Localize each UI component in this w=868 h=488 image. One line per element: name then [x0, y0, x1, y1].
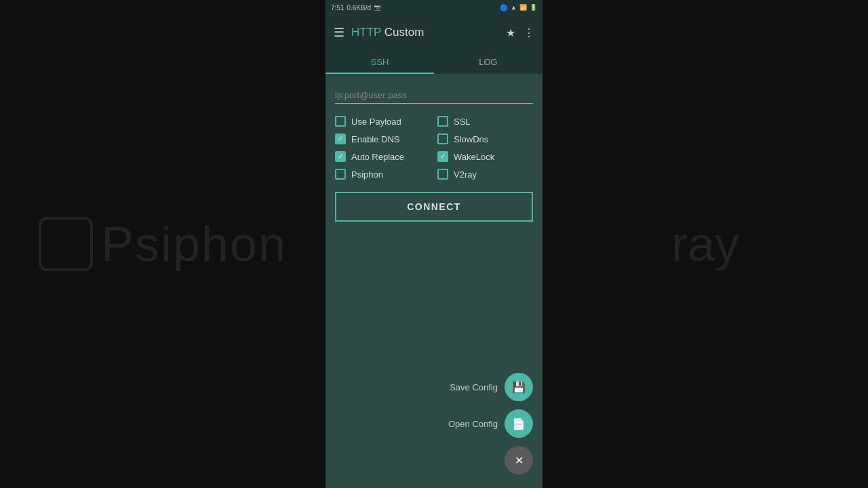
- checkbox-ssl-box[interactable]: [437, 116, 448, 127]
- fab-area: Save Config 💾 Open Config 📄 ✕: [448, 373, 533, 474]
- checkbox-auto-replace-box[interactable]: [335, 151, 346, 162]
- app-bar: ☰ HTTP Custom ★ ⋮: [326, 15, 542, 50]
- phone-screen: 7:51 0.6KB/d 📷 🔵 ▲ 📶 🔋 ☰ HTTP Custom ★ ⋮…: [326, 0, 542, 488]
- hamburger-menu-icon[interactable]: ☰: [334, 25, 344, 40]
- checkbox-v2ray[interactable]: V2ray: [437, 169, 533, 180]
- status-time: 7:51: [331, 4, 344, 12]
- save-config-row: Save Config 💾: [450, 373, 533, 401]
- open-config-button[interactable]: 📄: [505, 409, 533, 438]
- checkbox-enable-dns-box[interactable]: [335, 134, 346, 144]
- checkbox-slow-dns-box[interactable]: [437, 134, 448, 144]
- checkbox-ssl-label: SSL: [454, 117, 471, 127]
- status-left: 7:51 0.6KB/d 📷: [331, 4, 381, 12]
- open-config-label: Open Config: [448, 419, 498, 429]
- checkbox-auto-replace[interactable]: Auto Replace: [335, 151, 431, 162]
- open-config-row: Open Config 📄: [448, 409, 533, 438]
- tabs: SSH LOG: [326, 50, 542, 74]
- checkbox-v2ray-box[interactable]: [437, 169, 448, 180]
- content-area: Use Payload SSL Enable DNS SlowDns Auto …: [326, 74, 542, 488]
- checkbox-use-payload-label: Use Payload: [351, 117, 401, 127]
- checkbox-psiphon[interactable]: Psiphon: [335, 169, 431, 180]
- checkbox-use-payload[interactable]: Use Payload: [335, 116, 431, 127]
- star-icon[interactable]: ★: [506, 26, 515, 39]
- checkbox-wakelock-box[interactable]: [437, 151, 448, 162]
- checkbox-enable-dns-label: Enable DNS: [351, 134, 400, 144]
- checkbox-slow-dns[interactable]: SlowDns: [437, 134, 533, 144]
- title-http: HTTP: [351, 26, 381, 39]
- checkbox-use-payload-box[interactable]: [335, 116, 346, 127]
- server-input-wrap: [335, 87, 533, 104]
- tab-ssh[interactable]: SSH: [326, 50, 434, 74]
- close-icon: ✕: [515, 454, 524, 467]
- more-options-icon[interactable]: ⋮: [524, 26, 534, 39]
- app-bar-right: ★ ⋮: [506, 26, 534, 39]
- bluetooth-icon: 🔵: [500, 4, 508, 12]
- checkbox-ssl[interactable]: SSL: [437, 116, 533, 127]
- status-bar: 7:51 0.6KB/d 📷 🔵 ▲ 📶 🔋: [326, 0, 542, 15]
- connect-button[interactable]: CONNECT: [335, 192, 533, 222]
- status-right: 🔵 ▲ 📶 🔋: [500, 4, 537, 12]
- checkbox-enable-dns[interactable]: Enable DNS: [335, 134, 431, 144]
- open-file-icon: 📄: [512, 418, 526, 430]
- checkboxes-grid: Use Payload SSL Enable DNS SlowDns Auto …: [335, 116, 533, 180]
- close-fab-button[interactable]: ✕: [505, 446, 533, 474]
- checkbox-psiphon-label: Psiphon: [351, 169, 383, 180]
- camera-icon: 📷: [374, 4, 381, 11]
- bg-left-panel: Psiphon: [0, 0, 326, 488]
- save-icon: 💾: [512, 381, 526, 394]
- battery-icon: 🔋: [530, 4, 537, 11]
- status-speed: 0.6KB/d: [347, 4, 371, 12]
- wifi-icon: ▲: [511, 4, 517, 11]
- signal-icon: 📶: [519, 4, 527, 11]
- checkbox-wakelock-label: WakeLock: [454, 152, 494, 162]
- checkbox-v2ray-label: V2ray: [454, 169, 477, 180]
- save-config-label: Save Config: [450, 382, 498, 392]
- app-title: HTTP Custom: [351, 26, 424, 39]
- app-bar-left: ☰ HTTP Custom: [334, 25, 424, 40]
- bg-right-panel: ray: [542, 0, 868, 488]
- checkbox-auto-replace-label: Auto Replace: [351, 152, 404, 162]
- checkbox-slow-dns-label: SlowDns: [454, 134, 488, 144]
- server-input[interactable]: [335, 87, 533, 104]
- checkbox-wakelock[interactable]: WakeLock: [437, 151, 533, 162]
- title-custom: Custom: [381, 26, 424, 39]
- checkbox-psiphon-box[interactable]: [335, 169, 346, 180]
- save-config-button[interactable]: 💾: [505, 373, 533, 401]
- close-fab-row: ✕: [505, 446, 533, 474]
- bg-logo-icon: [39, 217, 93, 271]
- tab-log[interactable]: LOG: [434, 50, 542, 74]
